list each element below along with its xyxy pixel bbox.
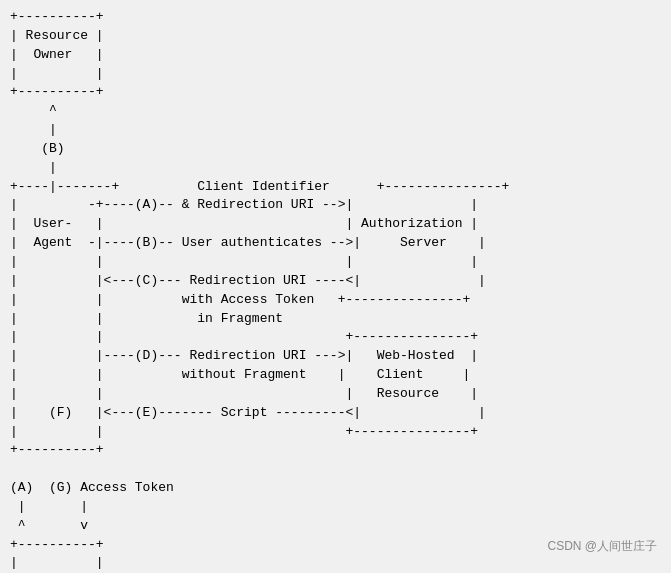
diagram-content: +----------+ | Resource | | Owner | | | …: [10, 8, 661, 573]
diagram-container: +----------+ | Resource | | Owner | | | …: [0, 0, 671, 573]
watermark: CSDN @人间世庄子: [547, 538, 657, 555]
